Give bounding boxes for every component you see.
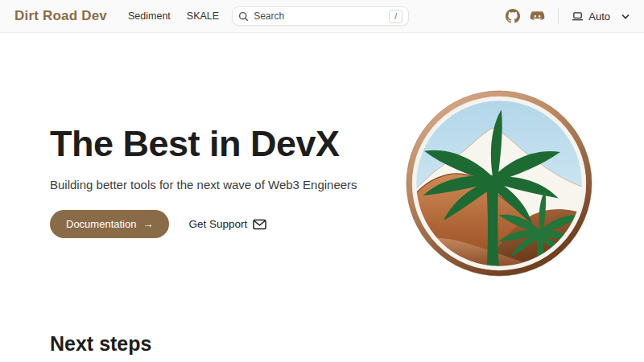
hero-logo-badge: [404, 88, 594, 278]
brand-logo[interactable]: Dirt Road Dev: [14, 8, 107, 24]
theme-switcher[interactable]: Auto: [572, 10, 630, 23]
nav-link-sediment[interactable]: Sediment: [128, 10, 171, 22]
search-box[interactable]: /: [232, 6, 409, 26]
laptop-icon: [572, 11, 584, 22]
page: Dirt Road Dev Sediment SKALE /: [0, 0, 644, 362]
search-input[interactable]: [254, 10, 389, 22]
hero-subtitle: Building better tools for the next wave …: [50, 178, 357, 191]
hero-title: The Best in DevX: [50, 123, 340, 165]
next-steps-heading: Next steps: [50, 332, 151, 356]
theme-label: Auto: [588, 10, 610, 23]
navbar-divider: [558, 8, 559, 24]
nav-link-skale[interactable]: SKALE: [187, 10, 219, 22]
hero-actions: Documentation → Get Support: [50, 210, 266, 238]
documentation-button-label: Documentation: [66, 218, 136, 230]
search-shortcut-kbd: /: [389, 10, 402, 23]
documentation-button[interactable]: Documentation →: [50, 210, 169, 238]
arrow-right-icon: →: [142, 218, 153, 230]
github-icon[interactable]: [506, 9, 520, 23]
chevron-down-icon: [621, 14, 630, 19]
nav-links: Sediment SKALE: [128, 10, 219, 22]
get-support-link[interactable]: Get Support: [188, 218, 266, 230]
discord-icon[interactable]: [530, 10, 545, 23]
search-icon: [238, 11, 249, 22]
navbar-right: Auto: [506, 8, 630, 24]
navbar: Dirt Road Dev Sediment SKALE /: [0, 0, 644, 33]
get-support-label: Get Support: [188, 218, 247, 230]
badge-scene: [404, 88, 594, 278]
envelope-icon: [253, 219, 266, 230]
